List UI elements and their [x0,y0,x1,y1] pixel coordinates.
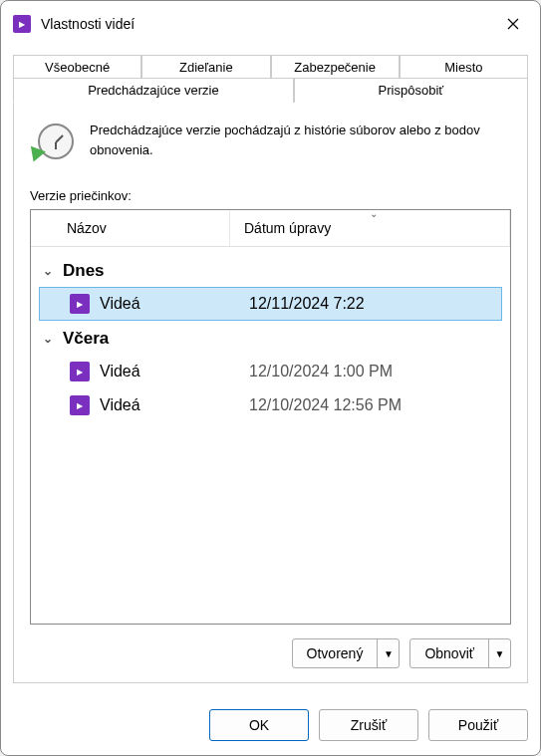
apply-button[interactable]: Použiť [428,709,528,741]
version-name: Videá [100,396,239,414]
tab-sharing[interactable]: Zdieľanie [141,55,270,79]
close-button[interactable] [498,9,528,39]
open-button[interactable]: Otvorený ▼ [292,638,401,668]
group-header-today[interactable]: ⌄ Dnes [39,253,502,287]
history-clock-icon [30,121,74,164]
window-title: Vlastnosti videí [41,16,488,32]
sort-indicator-icon: ⌄ [370,209,378,219]
version-date: 12/11/2024 7:22 [249,295,365,313]
version-date: 12/10/2024 1:00 PM [249,363,393,380]
version-name: Videá [100,295,239,313]
video-folder-icon [70,362,90,381]
tab-customize[interactable]: Prispôsobiť [294,78,528,103]
tab-strip: Všeobecné Zdieľanie Zabezpečenie Miesto … [13,55,528,103]
dialog-buttons: OK Zrušiť Použiť [1,695,540,755]
chevron-down-icon: ⌄ [43,264,57,278]
restore-button-dropdown[interactable]: ▼ [488,639,510,667]
dialog-content: Všeobecné Zdieľanie Zabezpečenie Miesto … [1,47,540,695]
action-buttons: Otvorený ▼ Obnoviť ▼ [30,638,511,668]
versions-listbox: Názov ⌄ Dátum úpravy ⌄ Dnes Videá 12/11/… [30,209,511,625]
restore-button[interactable]: Obnoviť ▼ [409,638,511,668]
info-text: Predchádzajúce verzie pochádzajú z histó… [90,121,511,159]
column-header-name[interactable]: Názov [31,210,230,246]
group-label: Včera [63,329,109,349]
open-button-dropdown[interactable]: ▼ [377,639,399,667]
tab-location[interactable]: Miesto [400,55,528,79]
version-row[interactable]: Videá 12/10/2024 1:00 PM [39,355,502,388]
version-row[interactable]: Videá 12/10/2024 12:56 PM [39,388,502,422]
tab-security[interactable]: Zabezpečenie [271,55,400,79]
group-label: Dnes [63,261,105,281]
ok-button[interactable]: OK [209,709,309,741]
cancel-button[interactable]: Zrušiť [319,709,418,741]
versions-label: Verzie priečinkov: [30,188,511,203]
tab-previous-versions[interactable]: Predchádzajúce verzie [13,78,294,103]
close-icon [507,18,519,30]
info-row: Predchádzajúce verzie pochádzajú z histó… [30,121,511,164]
open-button-label: Otvorený [293,639,378,667]
video-folder-icon [70,395,90,415]
column-header-date[interactable]: ⌄ Dátum úpravy [230,210,510,246]
tab-panel-previous-versions: Predchádzajúce verzie pochádzajú z histó… [13,102,528,683]
video-folder-icon [70,294,90,314]
properties-dialog: Vlastnosti videí Všeobecné Zdieľanie Zab… [0,0,541,756]
column-headers: Názov ⌄ Dátum úpravy [31,210,510,247]
version-name: Videá [100,363,239,380]
group-header-yesterday[interactable]: ⌄ Včera [39,321,502,355]
video-folder-icon [13,15,31,33]
version-date: 12/10/2024 12:56 PM [249,396,402,414]
versions-list[interactable]: ⌄ Dnes Videá 12/11/2024 7:22 ⌄ Včera [31,247,510,624]
chevron-down-icon: ⌄ [43,332,57,346]
titlebar: Vlastnosti videí [1,1,540,47]
tab-general[interactable]: Všeobecné [13,55,141,79]
column-header-date-label: Dátum úpravy [244,220,331,236]
version-row[interactable]: Videá 12/11/2024 7:22 [39,287,502,321]
restore-button-label: Obnoviť [410,639,488,667]
